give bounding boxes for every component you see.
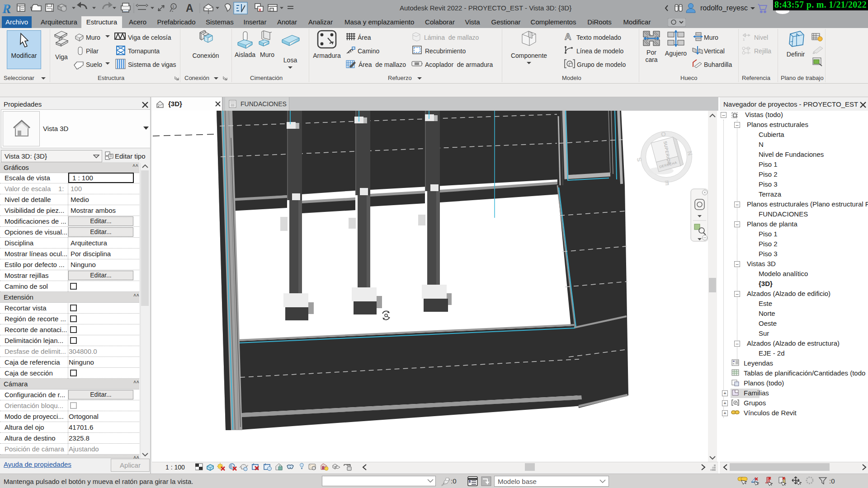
svg-text:1: 1 bbox=[743, 38, 745, 42]
svg-text:R: R bbox=[2, 1, 11, 16]
svg-text:S: S bbox=[635, 157, 643, 162]
svg-text:A: A bbox=[186, 2, 193, 14]
svg-text::0: :0 bbox=[829, 477, 835, 485]
svg-text:A: A bbox=[565, 32, 571, 42]
svg-text:E: E bbox=[665, 179, 670, 187]
svg-text:1: 1 bbox=[172, 5, 175, 9]
svg-text:x: x bbox=[259, 7, 262, 12]
